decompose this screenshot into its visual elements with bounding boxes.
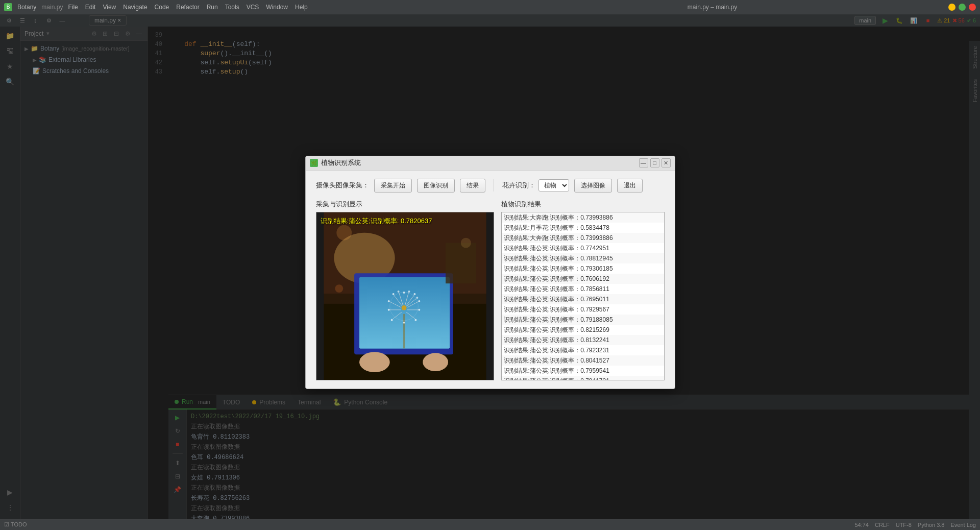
svg-point-37 xyxy=(359,352,390,372)
dialog-icon: 🌿 xyxy=(310,159,318,167)
image-recognize-button[interactable]: 图像识别 xyxy=(417,179,455,192)
window-controls xyxy=(948,4,976,11)
image-overlay-text: 识别结果:蒲公英;识别概率: 0.7820637 xyxy=(321,216,432,226)
menu-tools[interactable]: Tools xyxy=(225,4,239,11)
svg-point-34 xyxy=(416,296,418,298)
result-item-17: 识别结果:蒲公英;识别概率：0.7856811 xyxy=(502,284,664,294)
menu-refactor[interactable]: Refactor xyxy=(176,4,199,11)
dialog-controls: 摄像头图像采集： 采集开始 图像识别 结果 花卉识别： 植物 花卉 蔬菜 树木 … xyxy=(316,179,665,192)
dialog-body: 摄像头图像采集： 采集开始 图像识别 结果 花卉识别： 植物 花卉 蔬菜 树木 … xyxy=(306,171,675,389)
result-item-14: 识别结果:蒲公英;识别概率：0.78812945 xyxy=(502,253,664,263)
svg-point-30 xyxy=(392,293,394,295)
dialog-minimize-btn[interactable]: — xyxy=(639,158,648,167)
flower-select-group: 花卉识别： 植物 花卉 蔬菜 树木 xyxy=(502,179,569,191)
project-name: Botany xyxy=(17,4,36,11)
svg-point-32 xyxy=(408,291,410,293)
image-panel: 采集与识别显示 xyxy=(316,200,494,380)
camera-label: 摄像头图像采集： xyxy=(316,181,369,190)
start-capture-button[interactable]: 采集开始 xyxy=(374,179,412,192)
menu-code[interactable]: Code xyxy=(155,4,169,11)
menu-edit[interactable]: Edit xyxy=(85,4,96,11)
result-item-18: 识别结果:蒲公英;识别概率：0.7695011 xyxy=(502,294,664,304)
svg-point-24 xyxy=(390,319,393,321)
image-display: 识别结果:蒲公英;识别概率: 0.7820637 xyxy=(316,212,494,380)
result-item-11: 识别结果:月季花;识别概率：0.5834478 xyxy=(502,223,664,233)
svg-point-38 xyxy=(423,353,448,371)
svg-point-42 xyxy=(335,284,343,293)
result-item-16: 识别结果:蒲公英;识别概率：0.7606192 xyxy=(502,274,664,284)
encoding-indicator: UTF-8 xyxy=(896,522,912,528)
dialog-titlebar: 🌿 植物识别系统 — □ ✕ xyxy=(306,156,675,171)
result-item-13: 识别结果:蒲公英;识别概率：0.7742951 xyxy=(502,243,664,253)
dialog-close-btn[interactable]: ✕ xyxy=(662,158,671,167)
result-item-24: 识别结果:蒲公英;识别概率：0.8041527 xyxy=(502,355,664,366)
status-left: ☑ TODO xyxy=(4,521,27,528)
menu-vcs[interactable]: VCS xyxy=(247,4,259,11)
result-item-22: 识别结果:蒲公英;识别概率：0.8132241 xyxy=(502,335,664,345)
separator xyxy=(494,179,494,191)
exit-button[interactable]: 退出 xyxy=(617,179,643,192)
results-panel: 植物识别结果 识别结果:蒲公英;识别概率：0.8174728识别结果:非植物;识… xyxy=(501,200,665,380)
title-bar: B Botany main.py File Edit View Navigate… xyxy=(0,0,980,14)
minimize-button[interactable] xyxy=(948,4,955,11)
plant-dialog: 🌿 植物识别系统 — □ ✕ 摄像头图像采集： 采集开始 图像识别 结果 花卉识… xyxy=(305,156,675,389)
result-item-26: 识别结果:蒲公英;识别概率：0.7941731 xyxy=(502,376,664,380)
menu-window[interactable]: Window xyxy=(266,4,288,11)
result-item-15: 识别结果:蒲公英;识别概率：0.79306185 xyxy=(502,263,664,274)
dialog-restore-btn[interactable]: □ xyxy=(650,158,659,167)
menu-help[interactable]: Help xyxy=(295,4,308,11)
result-item-20: 识别结果:蒲公英;识别概率：0.79188085 xyxy=(502,315,664,325)
result-button[interactable]: 结果 xyxy=(460,179,485,192)
menu-bar: File Edit View Navigate Code Refactor Ru… xyxy=(68,4,307,11)
result-item-21: 识别结果:蒲公英;识别概率：0.8215269 xyxy=(502,325,664,335)
svg-point-41 xyxy=(460,237,471,248)
svg-point-10 xyxy=(401,305,406,310)
svg-point-28 xyxy=(387,300,389,302)
status-right: 54:74 CRLF UTF-8 Python 3.8 Event Log xyxy=(854,522,976,528)
result-item-25: 识别结果:蒲公英;识别概率：0.7959541 xyxy=(502,366,664,376)
svg-point-12 xyxy=(403,292,405,294)
svg-rect-39 xyxy=(446,243,476,283)
menu-file[interactable]: File xyxy=(68,4,78,11)
svg-point-16 xyxy=(418,300,420,302)
result-item-10: 识别结果:大奔跑;识别概率：0.73993886 xyxy=(502,212,664,223)
flower-label: 花卉识别： xyxy=(502,181,535,190)
status-bar: ☑ TODO 54:74 CRLF UTF-8 Python 3.8 Event… xyxy=(0,519,980,530)
line-sep-indicator: CRLF xyxy=(875,522,890,528)
position-indicator: 54:74 xyxy=(854,522,869,528)
svg-point-36 xyxy=(397,291,399,293)
svg-point-40 xyxy=(336,225,352,240)
result-item-19: 识别结果:蒲公英;识别概率：0.7929567 xyxy=(502,304,664,315)
svg-point-26 xyxy=(387,308,389,310)
results-list[interactable]: 识别结果:蒲公英;识别概率：0.8174728识别结果:非植物;识别概率：0.0… xyxy=(501,212,665,380)
select-image-button[interactable]: 选择图像 xyxy=(574,179,612,192)
svg-point-18 xyxy=(418,308,420,310)
file-name-title: main.py xyxy=(41,4,63,11)
svg-rect-7 xyxy=(359,277,450,348)
event-log-link[interactable]: Event Log xyxy=(950,522,976,528)
menu-view[interactable]: View xyxy=(103,4,116,11)
results-title: 植物识别结果 xyxy=(501,200,665,209)
dialog-title: 植物识别系统 xyxy=(321,158,639,167)
window-title: main.py – main.py xyxy=(476,4,948,11)
svg-point-14 xyxy=(413,293,415,295)
plant-type-select[interactable]: 植物 花卉 蔬菜 树木 xyxy=(538,179,569,191)
menu-navigate[interactable]: Navigate xyxy=(123,4,147,11)
svg-point-22 xyxy=(403,321,405,323)
title-bar-left: B Botany main.py File Edit View Navigate… xyxy=(4,3,476,11)
result-item-23: 识别结果:蒲公英;识别概率：0.7923231 xyxy=(502,345,664,355)
scene-svg xyxy=(316,212,494,380)
modal-overlay: 🌿 植物识别系统 — □ ✕ 摄像头图像采集： 采集开始 图像识别 结果 花卉识… xyxy=(0,14,980,530)
python-version: Python 3.8 xyxy=(918,522,945,528)
menu-run[interactable]: Run xyxy=(207,4,218,11)
collection-title: 采集与识别显示 xyxy=(316,200,494,209)
todo-label[interactable]: ☑ TODO xyxy=(4,521,27,528)
svg-point-20 xyxy=(414,319,416,321)
app-icon: B xyxy=(4,3,12,11)
result-item-12: 识别结果:大奔跑;识别概率：0.73993886 xyxy=(502,233,664,243)
dialog-window-buttons: — □ ✕ xyxy=(639,158,671,167)
close-button[interactable] xyxy=(969,4,976,11)
dialog-panels: 采集与识别显示 xyxy=(316,200,665,380)
maximize-button[interactable] xyxy=(959,4,966,11)
